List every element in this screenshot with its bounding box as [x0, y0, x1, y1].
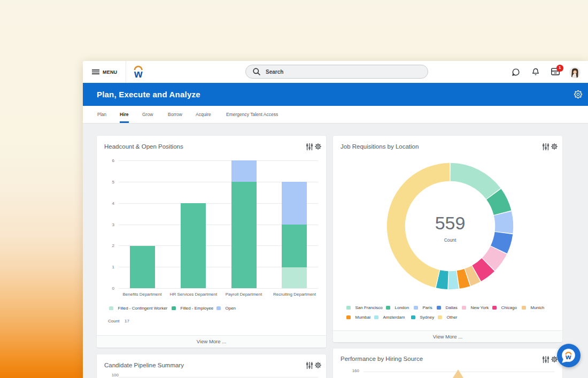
svg-text:w: w [565, 353, 571, 361]
svg-text:w: w [134, 68, 143, 80]
